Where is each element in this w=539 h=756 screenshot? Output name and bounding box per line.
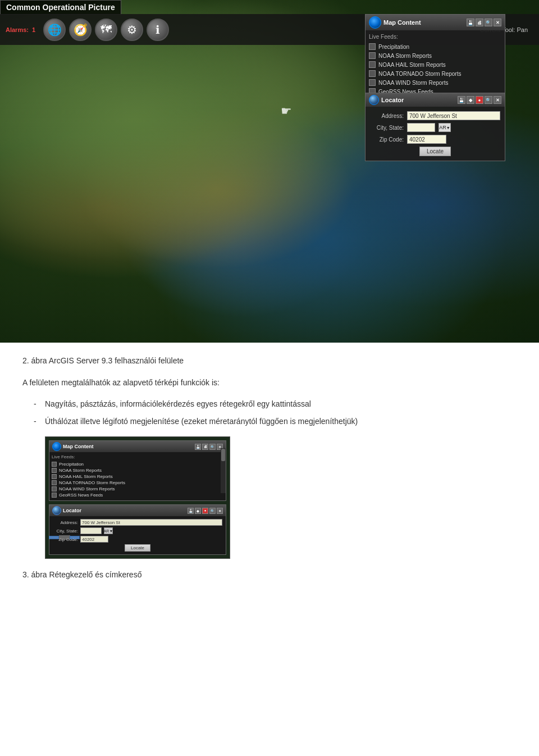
ss-locate-button[interactable]: Locate bbox=[125, 544, 150, 552]
satellite-decoration bbox=[49, 524, 80, 555]
locator-red-icon[interactable]: ● bbox=[476, 96, 483, 104]
address-label: Address: bbox=[370, 113, 404, 119]
ss-panel-icons: 💾 🖨 🔍 ✕ bbox=[195, 444, 223, 450]
map-content-title-bar: Map Content 💾 🖨 🔍 ✕ bbox=[366, 15, 505, 30]
feed-item-noaa-wind[interactable]: NOAA WIND Storm Reports bbox=[369, 78, 501, 87]
compass-button[interactable]: 🧭 bbox=[69, 19, 92, 41]
info-button[interactable]: ℹ bbox=[147, 19, 169, 41]
alarms-label: Alarms: 1 bbox=[6, 26, 35, 33]
ss-map-content-panel: Map Content 💾 🖨 🔍 ✕ Live Feeds: Precipit… bbox=[49, 440, 226, 501]
feed-item-noaa-hail[interactable]: NOAA HAIL Storm Reports bbox=[369, 60, 501, 69]
ss-cb-noaa-hail[interactable] bbox=[52, 474, 57, 479]
zip-input[interactable] bbox=[407, 135, 446, 144]
layers-button[interactable]: 🗺 bbox=[95, 19, 117, 41]
address-input[interactable] bbox=[407, 111, 500, 120]
ss-live-label: Live Feeds: bbox=[52, 454, 223, 459]
panel-icon-set: 💾 🖨 🔍 ✕ bbox=[467, 19, 501, 26]
ss-panel-title: Map Content 💾 🖨 🔍 ✕ bbox=[49, 441, 226, 452]
bullet-item-2: Úthálózat illetve légifotó megjelenítése… bbox=[34, 415, 517, 427]
ss-feed-noaa-tornado: NOAA TORNADO Storm Reports bbox=[52, 480, 223, 486]
map-content-body: Live Feeds: Precipitation NOAA Storm Rep… bbox=[366, 30, 505, 99]
ss-locator-sat-icon bbox=[52, 506, 61, 515]
ss-loc-diamond-icon[interactable]: ◆ bbox=[195, 508, 201, 514]
feed-item-precipitation[interactable]: Precipitation bbox=[369, 42, 501, 51]
ss-loc-search-icon[interactable]: 🔍 bbox=[209, 508, 216, 514]
ss-feed-precipitation: Precipitation bbox=[52, 461, 223, 467]
sat-panel-right bbox=[70, 536, 80, 539]
ss-cb-noaa-tornado[interactable] bbox=[52, 480, 57, 485]
ss-state-dropdown[interactable]: AR▼ bbox=[104, 527, 113, 534]
ss-loc-red-icon[interactable]: ● bbox=[202, 508, 208, 514]
bullet-list: Nagyítás, pásztázás, információlekérdezé… bbox=[34, 398, 517, 427]
ss-locator-title-label: Locator bbox=[63, 508, 81, 513]
locator-close-icon[interactable]: ✕ bbox=[494, 96, 501, 104]
ss-feed-noaa-hail: NOAA HAIL Storm Reports bbox=[52, 473, 223, 480]
zoom-globe-button[interactable]: 🌐 bbox=[43, 19, 66, 41]
feed-checkbox-noaa-storm[interactable] bbox=[369, 52, 376, 59]
zip-label: Zip Code: bbox=[370, 136, 404, 143]
locator-body: Address: City, State: AR▼ Zip Code: Loca… bbox=[366, 107, 505, 161]
ss-loc-close-icon[interactable]: ✕ bbox=[217, 508, 223, 514]
feed-item-noaa-storm[interactable]: NOAA Storm Reports bbox=[369, 51, 501, 60]
ss-globe-icon bbox=[52, 442, 61, 451]
ss-zip-input[interactable] bbox=[80, 536, 108, 543]
cop-title: Common Operational Picture bbox=[6, 3, 115, 12]
panel-search-icon[interactable]: 🔍 bbox=[485, 19, 492, 26]
city-input[interactable] bbox=[407, 123, 435, 132]
locator-save-icon[interactable]: 💾 bbox=[458, 96, 465, 104]
body-paragraph: A felületen megtalálhatók az alapvető té… bbox=[22, 376, 517, 389]
locator-satellite-icon bbox=[369, 95, 379, 105]
ss-cb-georss[interactable] bbox=[52, 493, 57, 498]
document-content: 2. ábra ArcGIS Server 9.3 felhasználói f… bbox=[0, 343, 539, 593]
map-content-title: Map Content bbox=[383, 19, 421, 26]
panel-save-icon[interactable]: 💾 bbox=[467, 19, 474, 26]
ss-cb-noaa-wind[interactable] bbox=[52, 486, 57, 491]
city-state-row: City, State: AR▼ bbox=[370, 123, 500, 132]
locator-title-bar: Locator 💾 ◆ ● 🔍 ✕ bbox=[366, 93, 505, 107]
map-content-panel: Map Content 💾 🖨 🔍 ✕ Live Feeds: Precipit… bbox=[365, 14, 505, 100]
ss-map-content-title: Map Content bbox=[63, 444, 94, 449]
sat-body bbox=[59, 535, 70, 540]
panel-globe-icon bbox=[369, 16, 381, 29]
ss-scroll-thumb bbox=[221, 449, 225, 461]
ss-print-icon[interactable]: 🖨 bbox=[202, 444, 208, 450]
ss-search-icon[interactable]: 🔍 bbox=[209, 444, 216, 450]
ss-cb-precipitation[interactable] bbox=[52, 462, 57, 467]
feed-checkbox-noaa-tornado[interactable] bbox=[369, 70, 376, 77]
zip-row: Zip Code: bbox=[370, 135, 500, 144]
ss-cb-noaa-storm[interactable] bbox=[52, 468, 57, 473]
feed-checkbox-noaa-hail[interactable] bbox=[369, 61, 376, 68]
locator-title: Locator bbox=[381, 97, 404, 103]
ss-panel-content: Live Feeds: Precipitation NOAA Storm Rep… bbox=[49, 452, 226, 500]
cop-title-bar: Common Operational Picture bbox=[0, 0, 121, 15]
live-feeds-label: Live Feeds: bbox=[369, 34, 501, 40]
state-dropdown[interactable]: AR▼ bbox=[438, 123, 451, 132]
settings-button[interactable]: ⚙ bbox=[121, 19, 143, 41]
small-screenshot: Map Content 💾 🖨 🔍 ✕ Live Feeds: Precipit… bbox=[45, 436, 230, 559]
ss-city-input[interactable] bbox=[80, 527, 102, 534]
figure2-caption: 2. ábra ArcGIS Server 9.3 felhasználói f… bbox=[22, 356, 517, 365]
panel-close-icon[interactable]: ✕ bbox=[494, 19, 501, 26]
sat-panel-left bbox=[49, 536, 59, 539]
locator-panel: Locator 💾 ◆ ● 🔍 ✕ Address: City, State: … bbox=[365, 93, 505, 161]
feed-checkbox-noaa-wind[interactable] bbox=[369, 79, 376, 86]
locator-search-icon[interactable]: 🔍 bbox=[485, 96, 492, 104]
ss-save-icon[interactable]: 💾 bbox=[195, 444, 201, 450]
ss-scrollbar[interactable] bbox=[221, 448, 226, 493]
ss-feed-noaa-storm: NOAA Storm Reports bbox=[52, 467, 223, 473]
ss-address-input[interactable] bbox=[80, 519, 222, 526]
ss-locator-title: Locator 💾 ◆ ● 🔍 ✕ bbox=[49, 505, 226, 516]
figure3-caption: 3. ábra Rétegkezelő és címkereső bbox=[22, 570, 517, 579]
city-state-label: City, State: bbox=[370, 125, 404, 131]
locate-button[interactable]: Locate bbox=[419, 147, 451, 156]
locator-diamond-icon[interactable]: ◆ bbox=[467, 96, 474, 104]
map-cursor-icon: ☛ bbox=[281, 104, 292, 119]
address-row: Address: bbox=[370, 111, 500, 120]
ss-loc-save-icon[interactable]: 💾 bbox=[188, 508, 194, 514]
bullet-item-1: Nagyítás, pásztázás, információlekérdezé… bbox=[34, 398, 517, 410]
panel-title-left: Map Content bbox=[369, 16, 421, 29]
panel-print-icon[interactable]: 🖨 bbox=[476, 19, 483, 26]
feed-item-noaa-tornado[interactable]: NOAA TORNADO Storm Reports bbox=[369, 69, 501, 78]
locator-title-left: Locator bbox=[369, 95, 404, 105]
feed-checkbox-precipitation[interactable] bbox=[369, 43, 376, 50]
